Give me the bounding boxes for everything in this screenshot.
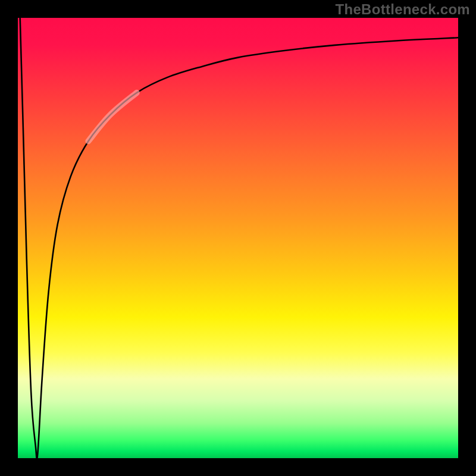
bottleneck-curve-highlight — [88, 93, 136, 141]
bottleneck-curve — [20, 18, 458, 458]
watermark-label: TheBottleneck.com — [336, 1, 470, 18]
curve-svg — [18, 18, 458, 458]
chart-frame: TheBottleneck.com — [0, 0, 476, 476]
plot-area — [18, 18, 458, 458]
